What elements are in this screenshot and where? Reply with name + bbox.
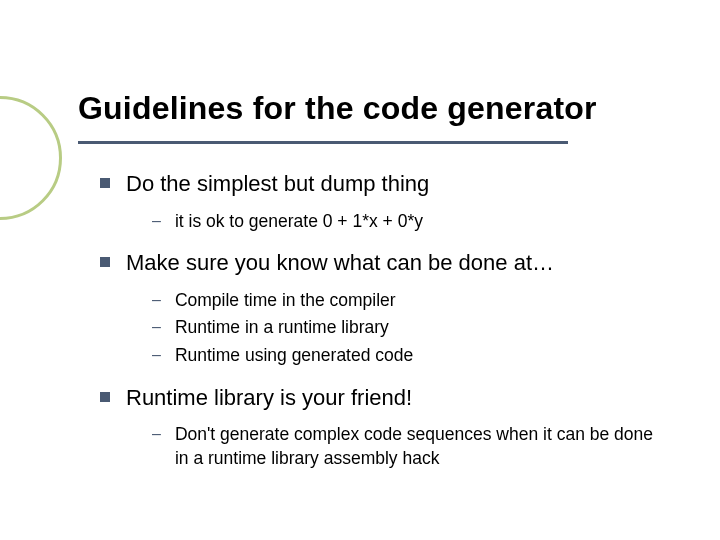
- bullet-item: Do the simplest but dump thing: [100, 170, 670, 198]
- square-bullet-icon: [100, 257, 110, 267]
- sub-bullet-group: – Don't generate complex code sequences …: [100, 423, 670, 470]
- slide-content: Do the simplest but dump thing – it is o…: [78, 170, 670, 470]
- bullet-item: Make sure you know what can be done at…: [100, 249, 670, 277]
- sub-bullet-text: Don't generate complex code sequences wh…: [175, 423, 655, 470]
- sub-bullet-text: Compile time in the compiler: [175, 289, 396, 313]
- bullet-text: Runtime library is your friend!: [126, 384, 412, 412]
- sub-bullet-item: – Don't generate complex code sequences …: [152, 423, 670, 470]
- bullet-text: Make sure you know what can be done at…: [126, 249, 554, 277]
- square-bullet-icon: [100, 392, 110, 402]
- sub-bullet-text: Runtime using generated code: [175, 344, 413, 368]
- sub-bullet-item: – it is ok to generate 0 + 1*x + 0*y: [152, 210, 670, 234]
- sub-bullet-item: – Runtime in a runtime library: [152, 316, 670, 340]
- bullet-item: Runtime library is your friend!: [100, 384, 670, 412]
- sub-bullet-item: – Runtime using generated code: [152, 344, 670, 368]
- bullet-text: Do the simplest but dump thing: [126, 170, 429, 198]
- sub-bullet-group: – Compile time in the compiler – Runtime…: [100, 289, 670, 368]
- title-underline: [78, 141, 568, 144]
- sub-bullet-item: – Compile time in the compiler: [152, 289, 670, 313]
- square-bullet-icon: [100, 178, 110, 188]
- sub-bullet-text: Runtime in a runtime library: [175, 316, 389, 340]
- sub-bullet-group: – it is ok to generate 0 + 1*x + 0*y: [100, 210, 670, 234]
- dash-bullet-icon: –: [152, 318, 161, 336]
- dash-bullet-icon: –: [152, 425, 161, 443]
- sub-bullet-text: it is ok to generate 0 + 1*x + 0*y: [175, 210, 423, 234]
- dash-bullet-icon: –: [152, 291, 161, 309]
- slide-title: Guidelines for the code generator: [78, 90, 670, 127]
- dash-bullet-icon: –: [152, 212, 161, 230]
- slide-container: Guidelines for the code generator Do the…: [0, 0, 720, 526]
- dash-bullet-icon: –: [152, 346, 161, 364]
